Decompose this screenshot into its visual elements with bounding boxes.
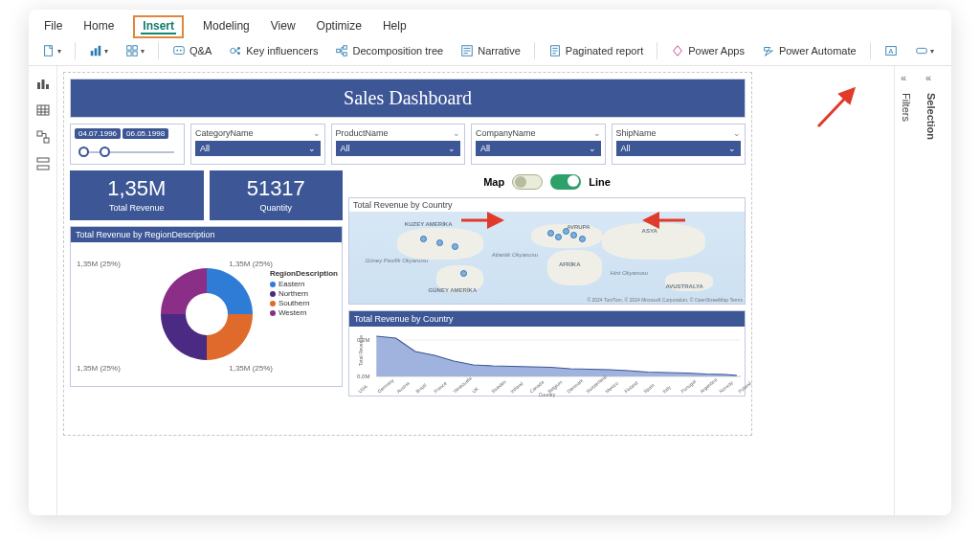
svg-rect-32: [37, 158, 49, 162]
report-canvas[interactable]: Sales Dashboard 04.07.199606.05.1998 Cat…: [57, 66, 894, 515]
line-chart: 0,2M 0,0M: [353, 330, 741, 386]
kpi-value: 1,35M: [72, 176, 202, 201]
menu-tab-view[interactable]: View: [269, 15, 298, 38]
ribbon-ki-label: Key influencers: [246, 45, 318, 57]
ribbon-narrative[interactable]: Narrative: [457, 42, 524, 59]
chevron-down-icon[interactable]: ⌄: [728, 144, 736, 153]
svg-rect-26: [37, 82, 40, 89]
slicer-row: 04.07.199606.05.1998 CategoryName⌄ All⌄ …: [70, 124, 746, 165]
chevron-down-icon[interactable]: ⌄: [448, 144, 456, 153]
ytick: 0,0M: [357, 374, 369, 379]
dax-view-icon[interactable]: [35, 156, 51, 171]
slider-handle-left[interactable]: [78, 147, 89, 157]
svg-rect-3: [99, 46, 101, 57]
collapse-icon[interactable]: «: [925, 72, 931, 83]
kpi-quantity: 51317 Quantity: [210, 170, 344, 220]
ribbon-decomposition-tree[interactable]: Decomposition tree: [331, 42, 447, 59]
slicer-category[interactable]: CategoryName⌄ All⌄: [190, 124, 325, 165]
line-title: Total Revenue by Country: [349, 311, 745, 327]
slicer-shipname[interactable]: ShipName⌄ All⌄: [612, 124, 746, 165]
svg-rect-0: [45, 46, 53, 57]
line-visual[interactable]: Total Revenue by Country Total Revenue 0…: [348, 310, 746, 397]
svg-rect-33: [37, 166, 49, 170]
report-view-icon[interactable]: [35, 76, 51, 91]
ribbon-text-box[interactable]: A: [880, 42, 902, 59]
donut-datalabel: 1,35M (25%): [77, 364, 121, 373]
map-label: GÜNEY AMERİKA: [429, 287, 478, 293]
line-xlabel: Country: [539, 392, 556, 397]
menu-tab-home[interactable]: Home: [81, 15, 116, 38]
filters-pane-tab[interactable]: Filters: [901, 93, 912, 122]
ribbon-key-influencers[interactable]: Key influencers: [225, 42, 322, 59]
ribbon-pag-label: Paginated report: [566, 45, 643, 57]
ribbon-power-apps[interactable]: Power Apps: [667, 42, 748, 59]
menu-tab-insert[interactable]: Insert: [133, 15, 184, 38]
selection-pane-tab[interactable]: Selection: [925, 93, 937, 140]
ribbon-more-visuals[interactable]: ▾: [122, 42, 148, 59]
map-label: AFRİKA: [559, 261, 581, 267]
power-apps-icon: [671, 44, 684, 57]
kpi-revenue: 1,35M Total Revenue: [70, 170, 204, 220]
donut-visual[interactable]: Total Revenue by RegionDescription 1,35M…: [70, 226, 343, 387]
donut-title: Total Revenue by RegionDescription: [71, 227, 342, 242]
legend-item: Eastern: [278, 280, 305, 288]
svg-line-36: [818, 89, 854, 126]
ribbon-power-automate[interactable]: Power Automate: [758, 42, 860, 59]
date-slicer[interactable]: 04.07.199606.05.1998: [70, 124, 185, 165]
date-slider[interactable]: [75, 143, 180, 160]
donut-legend: RegionDescription Eastern Northern South…: [270, 269, 338, 318]
paginated-icon: [548, 44, 562, 57]
slicer-header: ShipName: [616, 128, 657, 138]
key-influencers-icon: [229, 44, 242, 57]
ribbon-qa[interactable]: Q&A: [168, 42, 215, 59]
map-title: Total Revenue by Country: [349, 198, 745, 212]
chevron-down-icon[interactable]: ⌄: [589, 144, 596, 153]
svg-rect-1: [91, 51, 94, 56]
chevron-down-icon: ▾: [104, 47, 108, 56]
menu-tab-modeling[interactable]: Modeling: [201, 15, 252, 38]
line-toggle[interactable]: [550, 174, 581, 190]
ribbon-buttons[interactable]: ▾: [911, 42, 938, 59]
menu-tab-file[interactable]: File: [42, 15, 64, 38]
map-body[interactable]: KUZEY AMERİKA GÜNEY AMERİKA AVRUPA AFRİK…: [349, 212, 745, 304]
table-view-icon[interactable]: [35, 102, 51, 118]
ribbon-shapes[interactable]: ▾: [947, 42, 951, 59]
ribbon-qa-label: Q&A: [189, 45, 212, 57]
map-toggle[interactable]: [512, 174, 543, 190]
ribbon-narr-label: Narrative: [478, 45, 521, 57]
text-box-icon: A: [884, 44, 898, 57]
svg-rect-8: [174, 47, 185, 55]
svg-rect-16: [344, 53, 347, 57]
svg-rect-21: [916, 48, 926, 53]
svg-rect-7: [133, 52, 137, 56]
kpi-label: Total Revenue: [72, 203, 202, 213]
donut-datalabel: 1,35M (25%): [229, 260, 273, 268]
chevron-down-icon[interactable]: ⌄: [308, 144, 316, 153]
slicer-product[interactable]: ProductName⌄ All⌄: [331, 124, 466, 165]
map-visual[interactable]: Total Revenue by Country: [348, 197, 746, 305]
report-page: Sales Dashboard 04.07.199606.05.1998 Cat…: [63, 72, 752, 436]
map-attribution: © 2024 TomTom, © 2024 Microsoft Corporat…: [587, 297, 743, 303]
legend-item: Western: [278, 308, 307, 317]
menu-tab-optimize[interactable]: Optimize: [315, 15, 364, 38]
menu-bar: File Home Insert Modeling View Optimize …: [29, 10, 951, 38]
map-label: Hint Okyanusu: [611, 270, 648, 276]
ribbon-pa-label: Power Apps: [688, 45, 745, 57]
chart-icon: [89, 44, 102, 57]
svg-rect-29: [37, 105, 49, 115]
slider-handle-right[interactable]: [100, 147, 110, 157]
ribbon-paginated-report[interactable]: Paginated report: [545, 42, 647, 59]
chevron-down-icon: ⌄: [453, 128, 460, 138]
menu-tab-help[interactable]: Help: [381, 15, 409, 38]
collapse-icon[interactable]: «: [901, 72, 906, 83]
slicer-company[interactable]: CompanyName⌄ All⌄: [471, 124, 606, 165]
ribbon-new-visual[interactable]: ▾: [85, 42, 112, 59]
svg-point-10: [180, 50, 182, 52]
ribbon-new-page[interactable]: ▾: [38, 42, 65, 59]
chevron-down-icon: ⌄: [733, 128, 741, 138]
model-view-icon[interactable]: [35, 129, 51, 145]
ribbon-paut-label: Power Automate: [779, 45, 857, 57]
date-from[interactable]: 04.07.1996: [75, 128, 121, 139]
map-label: AVUSTRALYA: [665, 283, 702, 289]
date-to[interactable]: 06.05.1998: [122, 128, 168, 139]
